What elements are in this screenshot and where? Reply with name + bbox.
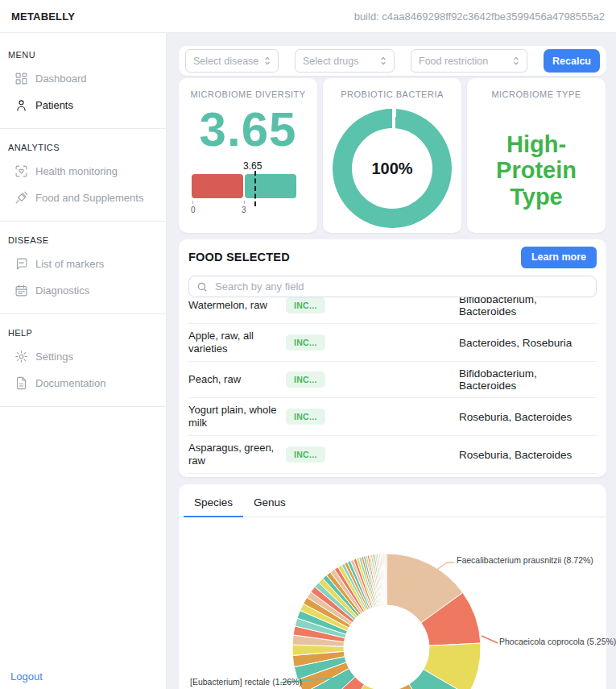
gauge-marker-label: 3.65 [243,160,262,172]
food-name: Peach, raw [188,373,286,386]
sidebar-divider [0,221,166,222]
updown-chevron-icon [264,56,271,66]
probiotic-title: PROBIOTIC BACTERIA [323,78,461,99]
search-box [188,276,597,297]
sidebar-item-health-monitoring[interactable]: Health monitoring [0,158,166,185]
inc-badge: INC... [286,297,325,313]
sidebar-section-title: MENU [8,50,158,60]
sidebar-item-label: Diagnostics [35,284,89,297]
bacteria-list: Bacteroides, Roseburia [459,337,597,349]
syringe-icon [14,191,28,205]
sidebar-item-label: Documentation [35,377,105,389]
food-name: Watermelon, raw [188,299,286,312]
select-drugs[interactable]: Select drugs [295,49,395,73]
gauge-tick-0: 0 [191,205,196,214]
food-name: Yogurt plain, whole milk [188,404,286,430]
sidebar-section-title: ANALYTICS [8,143,158,152]
sidebar-item-list-of-markers[interactable]: List of markers [0,251,166,277]
inc-badge: INC... [286,409,325,425]
table-row[interactable]: Yogurt plain, whole milkINC...Roseburia,… [188,398,597,436]
updown-chevron-icon [513,56,519,66]
search-icon [196,281,208,293]
learn-more-button[interactable]: Learn more [521,247,597,268]
type-value: High-Protein Type [480,131,593,210]
updown-chevron-icon [380,56,387,66]
microbiome-type-card: MICROBIOME TYPE High-Protein Type [467,78,606,233]
inc-badge: INC... [286,334,325,351]
search-input[interactable] [213,280,589,293]
main-content: Select disease Select drugs Food restric… [167,33,616,689]
bacteria-list: Roseburia, Bacteroides [459,411,597,423]
food-selected-title: FOOD SELECTED [188,251,290,264]
top-bar: METABELLY build: c4aa8469298ff92c3642fbe… [0,0,616,33]
sidebar-item-dashboard[interactable]: Dashboard [0,65,166,92]
diversity-card: MICROBIOME DIVERSITY 3.65 3.65 0 3 [179,78,317,233]
sidebar-section-title: DISEASE [8,235,158,245]
patients-icon [14,98,28,112]
dashboard-icon [14,72,28,85]
slice-label: [Eubacterium] rectale (1.26%) [190,677,302,687]
slice-label: Faecalibacterium prausnitzii (8.72%) [457,555,593,565]
stats-row: MICROBIOME DIVERSITY 3.65 3.65 0 3 PROBI… [179,78,606,233]
bacteria-list: Bifidobacterium, Bacteroides [459,367,597,392]
slice-label: Phocaeicola coprocola (5.25%) [499,637,616,646]
sidebar-item-label: List of markers [35,258,104,270]
inc-badge: INC... [286,446,325,463]
sidebar-item-diagnostics[interactable]: Diagnostics [0,277,166,304]
app-logo: METABELLY [11,10,75,23]
food-name: Asparagus, green, raw [188,442,286,467]
sidebar-section-title: HELP [8,328,158,338]
sidebar-item-documentation[interactable]: Documentation [0,370,166,396]
sidebar-divider [0,313,166,314]
type-title: MICROBIOME TYPE [467,78,606,99]
food-name: Apple, raw, all varieties [188,330,286,355]
sidebar-item-label: Dashboard [35,73,87,85]
table-row[interactable]: Apple, raw, all varietiesINC...Bacteroid… [188,324,597,362]
select-disease[interactable]: Select disease [185,49,279,73]
diversity-value: 3.65 [179,106,317,154]
document-icon [14,376,28,390]
filter-bar: Select disease Select drugs Food restric… [179,46,606,76]
probiotic-value: 100% [352,128,432,209]
logout-link[interactable]: Logout [10,670,43,683]
sidebar-item-label: Settings [35,351,73,363]
gear-icon [14,350,28,363]
gauge-bar-low [192,174,243,198]
table-row[interactable]: Peach, rawINC...Bifidobacterium, Bactero… [188,362,597,398]
sidebar-item-settings[interactable]: Settings [0,343,166,370]
label-connector-line [482,636,498,643]
calendar-icon [14,284,28,297]
message-icon [14,257,28,271]
table-row[interactable]: Strawberry, rawINC...Bacteroides, Bifido… [188,474,597,477]
diversity-title: MICROBIOME DIVERSITY [179,78,317,99]
build-version: build: c4aa8469298ff92c3642fbe3599456a47… [354,10,605,23]
sidebar-divider [0,406,166,407]
bacteria-list: Bifidobacterium, Bacteroides [459,297,597,318]
sidebar-item-label: Health monitoring [35,165,118,177]
food-selected-card: FOOD SELECTED Learn more Watermelon, raw… [179,239,606,477]
sidebar-divider [0,128,166,129]
gauge-bar-high [245,174,296,198]
gauge-tick-3: 3 [242,205,246,214]
diversity-gauge: 3.65 0 3 [192,160,296,217]
table-row[interactable]: Watermelon, rawINC...Bifidobacterium, Ba… [188,297,597,324]
sidebar-item-label: Food and Supplements [35,192,143,204]
inc-badge: INC... [286,371,325,388]
sidebar-item-patients[interactable]: Patients [0,92,166,118]
donut-slice[interactable] [386,554,387,605]
sidebar-item-food-and-supplements[interactable]: Food and Supplements [0,185,166,211]
species-chart-card: SpeciesGenus Faecalibacterium prausnitzi… [179,484,606,689]
table-row[interactable]: Asparagus, green, rawINC...Roseburia, Ba… [188,436,597,474]
probiotic-donut: 100% [333,109,452,228]
sidebar: MENUDashboardPatientsANALYTICSHealth mon… [0,33,167,689]
health-monitor-icon [14,164,28,178]
probiotic-card: PROBIOTIC BACTERIA 100% [323,78,461,233]
gauge-marker-line [254,171,256,206]
bacteria-list: Roseburia, Bacteroides [459,449,597,461]
recalculate-button[interactable]: Recalcu [544,49,600,73]
select-food-restriction[interactable]: Food restriction [411,49,527,73]
sidebar-item-label: Patients [35,99,73,111]
species-donut-chart[interactable] [179,508,606,689]
